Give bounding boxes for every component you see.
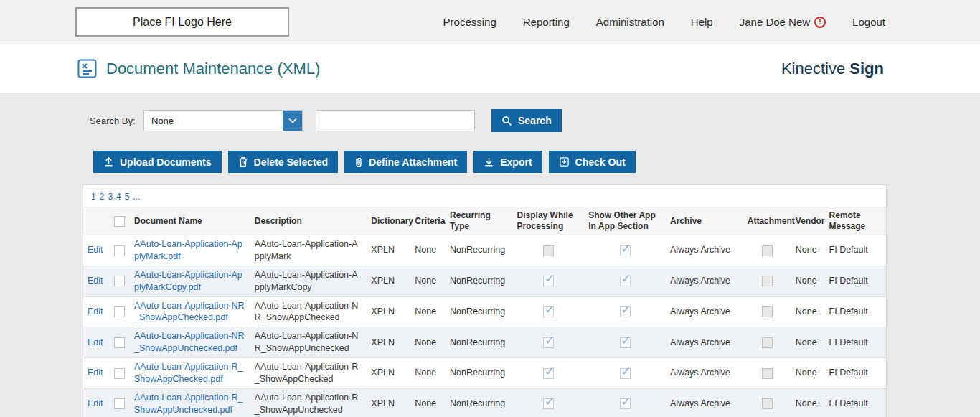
export-button[interactable]: Export — [473, 151, 542, 173]
attachment-cell — [743, 235, 791, 266]
search-input[interactable] — [316, 110, 475, 131]
edit-link[interactable]: Edit — [88, 367, 103, 378]
display-while-processing-checkbox[interactable] — [543, 245, 554, 256]
criteria-cell: None — [410, 235, 446, 266]
edit-cell: Edit — [83, 235, 110, 266]
row-checkbox[interactable] — [114, 368, 125, 379]
check-out-button[interactable]: Check Out — [549, 151, 636, 173]
nav-help[interactable]: Help — [691, 16, 713, 28]
display-while-processing-checkbox[interactable] — [543, 306, 554, 317]
show-other-app-cell — [584, 327, 666, 358]
edit-cell: Edit — [83, 327, 110, 358]
show-other-app-checkbox[interactable] — [620, 276, 631, 286]
nav-processing[interactable]: Processing — [443, 16, 496, 28]
select-all-checkbox[interactable] — [114, 216, 125, 227]
table-row: Edit AAuto-Loan-Application-ApplyMarkCop… — [83, 266, 886, 296]
description-cell: AAuto-Loan-Application-R_ShowAppChecked — [250, 358, 367, 389]
display-while-processing-checkbox[interactable] — [543, 337, 554, 348]
page-link-5[interactable]: 5 — [125, 192, 130, 202]
export-icon — [484, 156, 494, 167]
table-row: Edit AAuto-Loan-Application-NR_ShowAppCh… — [83, 296, 886, 327]
page-link-4[interactable]: 4 — [116, 192, 121, 202]
nav-administration[interactable]: Administration — [596, 16, 664, 28]
edit-link[interactable]: Edit — [88, 306, 103, 317]
display-while-processing-checkbox[interactable] — [543, 276, 554, 286]
document-name-cell: AAuto-Loan-Application-R_ShowAppChecked.… — [130, 358, 250, 389]
search-icon — [501, 116, 512, 126]
display-while-processing-cell — [513, 235, 585, 266]
row-checkbox[interactable] — [114, 337, 125, 348]
define-attachment-button[interactable]: Define Attachment — [344, 151, 467, 173]
upload-icon — [103, 156, 114, 167]
upload-documents-button[interactable]: Upload Documents — [93, 151, 222, 173]
trash-icon — [238, 156, 248, 167]
description-cell: AAuto-Loan-Application-ApplyMark — [250, 235, 367, 266]
remote-message-cell: FI Default — [825, 266, 886, 296]
dictionary-cell: XPLN — [367, 266, 410, 296]
recurring-type-cell: NonRecurring — [446, 235, 513, 266]
page-link-3[interactable]: 3 — [108, 192, 113, 202]
row-checkbox[interactable] — [114, 245, 125, 256]
select-cell — [110, 388, 130, 417]
brand-logo: Kinective Sign — [781, 60, 884, 78]
row-checkbox[interactable] — [114, 276, 125, 286]
document-name-link[interactable]: AAuto-Loan-Application-NR_ShowAppChecked… — [134, 300, 246, 324]
nav-reporting[interactable]: Reporting — [523, 16, 570, 28]
recurring-type-cell: NonRecurring — [446, 358, 513, 389]
display-while-processing-checkbox[interactable] — [543, 398, 554, 409]
dictionary-cell: XPLN — [367, 327, 410, 358]
attachment-cell — [743, 358, 791, 389]
show-other-app-checkbox[interactable] — [620, 398, 631, 409]
page-link-more[interactable]: ... — [133, 192, 140, 202]
document-name-link[interactable]: AAuto-Loan-Application-R_ShowAppUnchecke… — [134, 392, 246, 416]
search-button[interactable]: Search — [491, 109, 562, 132]
display-while-processing-cell — [513, 266, 585, 296]
header-document-name: Document Name — [130, 207, 250, 235]
search-by-dropdown[interactable]: None — [143, 110, 303, 131]
nav-user-jane-doe[interactable]: Jane Doe New ! — [740, 16, 826, 28]
select-cell — [110, 296, 130, 327]
search-by-label: Search By: — [90, 116, 143, 126]
attachment-checkbox[interactable] — [762, 276, 773, 286]
attachment-checkbox[interactable] — [762, 398, 773, 409]
recurring-type-cell: NonRecurring — [446, 266, 513, 296]
dictionary-cell: XPLN — [367, 235, 410, 266]
edit-link[interactable]: Edit — [88, 337, 103, 347]
document-name-link[interactable]: AAuto-Loan-Application-NR_ShowAppUncheck… — [134, 330, 246, 355]
attachment-checkbox[interactable] — [762, 337, 773, 348]
show-other-app-checkbox[interactable] — [620, 245, 631, 256]
display-while-processing-cell — [513, 327, 585, 358]
page-link-2[interactable]: 2 — [100, 192, 105, 202]
show-other-app-checkbox[interactable] — [620, 337, 631, 348]
display-while-processing-cell — [513, 358, 585, 389]
delete-selected-button[interactable]: Delete Selected — [228, 151, 339, 173]
attachment-checkbox[interactable] — [762, 368, 773, 379]
show-other-app-checkbox[interactable] — [620, 368, 631, 379]
document-name-cell: AAuto-Loan-Application-NR_ShowAppUncheck… — [130, 327, 250, 358]
show-other-app-cell — [584, 266, 666, 296]
header-description: Description — [250, 207, 367, 235]
edit-link[interactable]: Edit — [88, 245, 103, 255]
main-nav: Processing Reporting Administration Help… — [443, 16, 885, 28]
page-link-1[interactable]: 1 — [91, 192, 96, 202]
show-other-app-cell — [584, 235, 666, 266]
edit-link[interactable]: Edit — [88, 276, 103, 286]
display-while-processing-checkbox[interactable] — [543, 368, 554, 379]
document-xml-icon — [77, 59, 97, 78]
edit-link[interactable]: Edit — [88, 398, 103, 408]
attachment-checkbox[interactable] — [762, 245, 773, 256]
row-checkbox[interactable] — [114, 398, 125, 409]
row-checkbox[interactable] — [114, 306, 125, 317]
description-cell: AAuto-Loan-Application-ApplyMarkCopy — [250, 266, 367, 296]
header-archive: Archive — [666, 207, 743, 235]
edit-cell: Edit — [83, 266, 110, 296]
document-name-link[interactable]: AAuto-Loan-Application-R_ShowAppChecked.… — [134, 361, 246, 385]
nav-logout[interactable]: Logout — [852, 16, 885, 28]
attachment-checkbox[interactable] — [762, 306, 773, 317]
document-name-link[interactable]: AAuto-Loan-Application-ApplyMarkCopy.pdf — [134, 269, 246, 294]
header-display-while-processing: Display While Processing — [513, 207, 585, 235]
documents-table: Document Name Description Dictionary Cri… — [83, 207, 886, 417]
document-name-link[interactable]: AAuto-Loan-Application-ApplyMark.pdf — [134, 238, 246, 263]
recurring-type-cell: NonRecurring — [446, 296, 513, 327]
show-other-app-checkbox[interactable] — [620, 306, 631, 317]
